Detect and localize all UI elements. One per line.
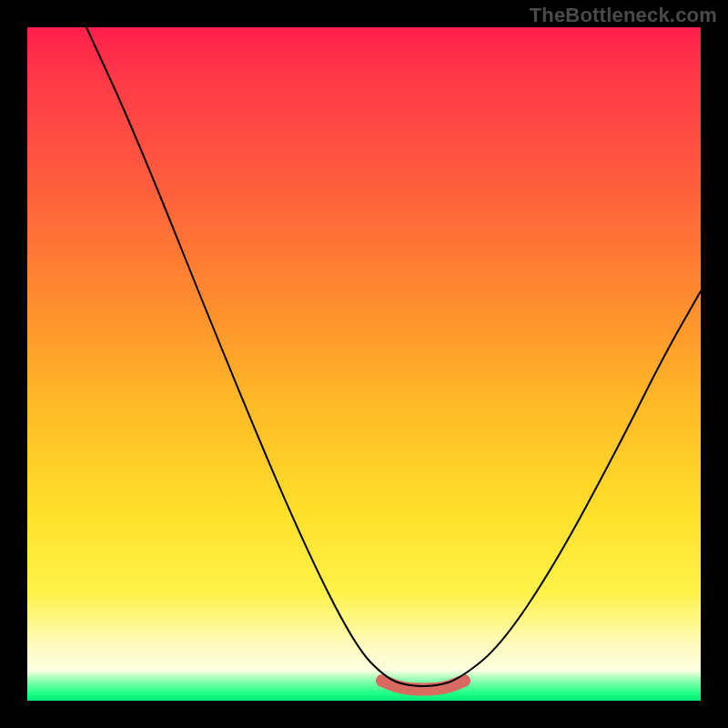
watermark-text: TheBottleneck.com [530,4,717,27]
plot-area [27,27,701,701]
chart-stage: TheBottleneck.com [0,0,728,728]
curve-svg [27,27,701,701]
bottleneck-curve [86,27,701,686]
